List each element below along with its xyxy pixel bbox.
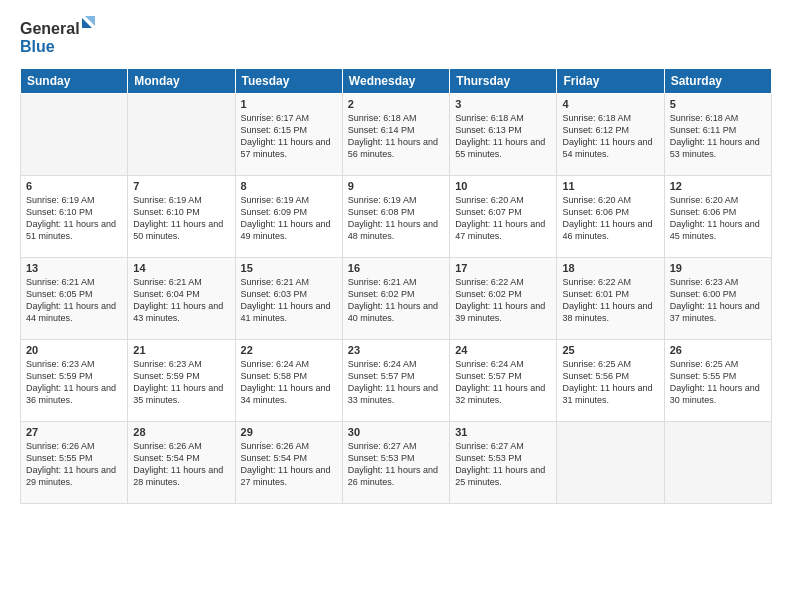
calendar-cell [128,94,235,176]
calendar-cell: 31Sunrise: 6:27 AMSunset: 5:53 PMDayligh… [450,422,557,504]
calendar-cell: 17Sunrise: 6:22 AMSunset: 6:02 PMDayligh… [450,258,557,340]
svg-text:Blue: Blue [20,38,55,55]
day-number: 26 [670,344,766,356]
calendar-cell: 8Sunrise: 6:19 AMSunset: 6:09 PMDaylight… [235,176,342,258]
calendar-cell: 2Sunrise: 6:18 AMSunset: 6:14 PMDaylight… [342,94,449,176]
day-number: 18 [562,262,658,274]
cell-info: Sunrise: 6:19 AMSunset: 6:08 PMDaylight:… [348,194,444,243]
cell-info: Sunrise: 6:21 AMSunset: 6:05 PMDaylight:… [26,276,122,325]
calendar-cell: 18Sunrise: 6:22 AMSunset: 6:01 PMDayligh… [557,258,664,340]
day-number: 23 [348,344,444,356]
calendar-cell: 20Sunrise: 6:23 AMSunset: 5:59 PMDayligh… [21,340,128,422]
cell-info: Sunrise: 6:27 AMSunset: 5:53 PMDaylight:… [455,440,551,489]
cell-info: Sunrise: 6:25 AMSunset: 5:56 PMDaylight:… [562,358,658,407]
calendar-cell: 4Sunrise: 6:18 AMSunset: 6:12 PMDaylight… [557,94,664,176]
svg-text:General: General [20,20,80,37]
day-number: 14 [133,262,229,274]
day-number: 27 [26,426,122,438]
calendar-week-row: 27Sunrise: 6:26 AMSunset: 5:55 PMDayligh… [21,422,772,504]
day-number: 13 [26,262,122,274]
cell-info: Sunrise: 6:19 AMSunset: 6:10 PMDaylight:… [133,194,229,243]
page: GeneralBlue SundayMondayTuesdayWednesday… [0,0,792,612]
day-number: 10 [455,180,551,192]
logo: GeneralBlue [20,16,100,56]
cell-info: Sunrise: 6:21 AMSunset: 6:04 PMDaylight:… [133,276,229,325]
cell-info: Sunrise: 6:18 AMSunset: 6:14 PMDaylight:… [348,112,444,161]
calendar-week-row: 1Sunrise: 6:17 AMSunset: 6:15 PMDaylight… [21,94,772,176]
cell-info: Sunrise: 6:25 AMSunset: 5:55 PMDaylight:… [670,358,766,407]
calendar-cell: 27Sunrise: 6:26 AMSunset: 5:55 PMDayligh… [21,422,128,504]
cell-info: Sunrise: 6:24 AMSunset: 5:58 PMDaylight:… [241,358,337,407]
calendar-week-row: 13Sunrise: 6:21 AMSunset: 6:05 PMDayligh… [21,258,772,340]
calendar-cell: 19Sunrise: 6:23 AMSunset: 6:00 PMDayligh… [664,258,771,340]
calendar-cell [557,422,664,504]
cell-info: Sunrise: 6:24 AMSunset: 5:57 PMDaylight:… [348,358,444,407]
day-number: 2 [348,98,444,110]
calendar-cell: 21Sunrise: 6:23 AMSunset: 5:59 PMDayligh… [128,340,235,422]
day-number: 4 [562,98,658,110]
column-header-tuesday: Tuesday [235,69,342,94]
cell-info: Sunrise: 6:27 AMSunset: 5:53 PMDaylight:… [348,440,444,489]
calendar-cell: 23Sunrise: 6:24 AMSunset: 5:57 PMDayligh… [342,340,449,422]
day-number: 30 [348,426,444,438]
calendar-cell: 7Sunrise: 6:19 AMSunset: 6:10 PMDaylight… [128,176,235,258]
calendar-cell: 28Sunrise: 6:26 AMSunset: 5:54 PMDayligh… [128,422,235,504]
calendar-cell: 3Sunrise: 6:18 AMSunset: 6:13 PMDaylight… [450,94,557,176]
cell-info: Sunrise: 6:23 AMSunset: 5:59 PMDaylight:… [26,358,122,407]
calendar-cell: 5Sunrise: 6:18 AMSunset: 6:11 PMDaylight… [664,94,771,176]
day-number: 3 [455,98,551,110]
calendar-cell [664,422,771,504]
day-number: 7 [133,180,229,192]
cell-info: Sunrise: 6:18 AMSunset: 6:12 PMDaylight:… [562,112,658,161]
calendar-table: SundayMondayTuesdayWednesdayThursdayFrid… [20,68,772,504]
cell-info: Sunrise: 6:26 AMSunset: 5:54 PMDaylight:… [241,440,337,489]
cell-info: Sunrise: 6:26 AMSunset: 5:55 PMDaylight:… [26,440,122,489]
day-number: 31 [455,426,551,438]
calendar-cell: 15Sunrise: 6:21 AMSunset: 6:03 PMDayligh… [235,258,342,340]
calendar-cell: 6Sunrise: 6:19 AMSunset: 6:10 PMDaylight… [21,176,128,258]
calendar-cell: 14Sunrise: 6:21 AMSunset: 6:04 PMDayligh… [128,258,235,340]
day-number: 24 [455,344,551,356]
day-number: 8 [241,180,337,192]
day-number: 25 [562,344,658,356]
column-header-thursday: Thursday [450,69,557,94]
cell-info: Sunrise: 6:17 AMSunset: 6:15 PMDaylight:… [241,112,337,161]
day-number: 5 [670,98,766,110]
day-number: 19 [670,262,766,274]
calendar-cell: 13Sunrise: 6:21 AMSunset: 6:05 PMDayligh… [21,258,128,340]
cell-info: Sunrise: 6:24 AMSunset: 5:57 PMDaylight:… [455,358,551,407]
day-number: 9 [348,180,444,192]
day-number: 21 [133,344,229,356]
day-number: 11 [562,180,658,192]
cell-info: Sunrise: 6:26 AMSunset: 5:54 PMDaylight:… [133,440,229,489]
day-number: 15 [241,262,337,274]
cell-info: Sunrise: 6:22 AMSunset: 6:01 PMDaylight:… [562,276,658,325]
day-number: 17 [455,262,551,274]
calendar-cell: 25Sunrise: 6:25 AMSunset: 5:56 PMDayligh… [557,340,664,422]
calendar-week-row: 20Sunrise: 6:23 AMSunset: 5:59 PMDayligh… [21,340,772,422]
cell-info: Sunrise: 6:18 AMSunset: 6:11 PMDaylight:… [670,112,766,161]
cell-info: Sunrise: 6:20 AMSunset: 6:06 PMDaylight:… [670,194,766,243]
cell-info: Sunrise: 6:20 AMSunset: 6:07 PMDaylight:… [455,194,551,243]
calendar-header-row: SundayMondayTuesdayWednesdayThursdayFrid… [21,69,772,94]
calendar-cell: 12Sunrise: 6:20 AMSunset: 6:06 PMDayligh… [664,176,771,258]
calendar-cell: 10Sunrise: 6:20 AMSunset: 6:07 PMDayligh… [450,176,557,258]
column-header-friday: Friday [557,69,664,94]
calendar-cell [21,94,128,176]
calendar-cell: 9Sunrise: 6:19 AMSunset: 6:08 PMDaylight… [342,176,449,258]
cell-info: Sunrise: 6:20 AMSunset: 6:06 PMDaylight:… [562,194,658,243]
calendar-cell: 24Sunrise: 6:24 AMSunset: 5:57 PMDayligh… [450,340,557,422]
day-number: 20 [26,344,122,356]
cell-info: Sunrise: 6:23 AMSunset: 5:59 PMDaylight:… [133,358,229,407]
cell-info: Sunrise: 6:19 AMSunset: 6:09 PMDaylight:… [241,194,337,243]
day-number: 28 [133,426,229,438]
cell-info: Sunrise: 6:21 AMSunset: 6:02 PMDaylight:… [348,276,444,325]
day-number: 29 [241,426,337,438]
cell-info: Sunrise: 6:19 AMSunset: 6:10 PMDaylight:… [26,194,122,243]
cell-info: Sunrise: 6:23 AMSunset: 6:00 PMDaylight:… [670,276,766,325]
column-header-monday: Monday [128,69,235,94]
cell-info: Sunrise: 6:18 AMSunset: 6:13 PMDaylight:… [455,112,551,161]
calendar-cell: 1Sunrise: 6:17 AMSunset: 6:15 PMDaylight… [235,94,342,176]
generalblue-logo-icon: GeneralBlue [20,16,100,56]
column-header-wednesday: Wednesday [342,69,449,94]
